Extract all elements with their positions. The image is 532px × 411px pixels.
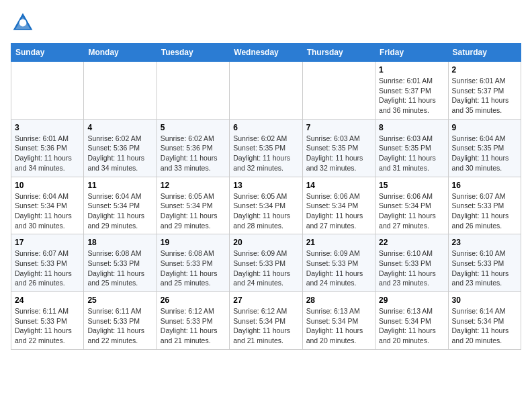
day-number: 22 bbox=[379, 238, 444, 247]
week-row-2: 3Sunrise: 6:01 AM Sunset: 5:36 PM Daylig… bbox=[11, 119, 521, 177]
day-info: Sunrise: 6:08 AM Sunset: 5:33 PM Dayligh… bbox=[87, 248, 152, 288]
day-info: Sunrise: 6:03 AM Sunset: 5:35 PM Dayligh… bbox=[379, 134, 444, 173]
day-info: Sunrise: 6:12 AM Sunset: 5:34 PM Dayligh… bbox=[233, 306, 298, 346]
weekday-header-monday: Monday bbox=[84, 44, 157, 62]
calendar-cell: 16Sunrise: 6:07 AM Sunset: 5:33 PM Dayli… bbox=[448, 177, 521, 234]
day-info: Sunrise: 6:13 AM Sunset: 5:34 PM Dayligh… bbox=[379, 306, 444, 346]
day-number: 2 bbox=[452, 65, 517, 75]
day-number: 25 bbox=[87, 295, 152, 305]
day-number: 8 bbox=[379, 123, 444, 132]
day-info: Sunrise: 6:07 AM Sunset: 5:33 PM Dayligh… bbox=[15, 248, 80, 288]
day-number: 1 bbox=[379, 65, 444, 75]
calendar-cell: 12Sunrise: 6:05 AM Sunset: 5:34 PM Dayli… bbox=[157, 177, 229, 234]
day-number: 16 bbox=[452, 181, 517, 190]
calendar-cell: 4Sunrise: 6:02 AM Sunset: 5:36 PM Daylig… bbox=[84, 119, 157, 177]
day-number: 27 bbox=[233, 295, 298, 305]
day-number: 15 bbox=[379, 181, 444, 190]
day-number: 26 bbox=[161, 295, 226, 305]
calendar-cell: 10Sunrise: 6:04 AM Sunset: 5:34 PM Dayli… bbox=[11, 177, 84, 234]
day-info: Sunrise: 6:06 AM Sunset: 5:34 PM Dayligh… bbox=[306, 191, 371, 231]
weekday-header-sunday: Sunday bbox=[11, 44, 84, 62]
day-number: 19 bbox=[161, 238, 226, 247]
day-info: Sunrise: 6:08 AM Sunset: 5:33 PM Dayligh… bbox=[161, 248, 226, 288]
calendar-cell: 25Sunrise: 6:11 AM Sunset: 5:33 PM Dayli… bbox=[84, 292, 157, 350]
calendar-cell: 7Sunrise: 6:03 AM Sunset: 5:35 PM Daylig… bbox=[302, 119, 375, 177]
logo-icon bbox=[11, 11, 35, 35]
calendar-cell: 30Sunrise: 6:14 AM Sunset: 5:34 PM Dayli… bbox=[448, 292, 521, 350]
weekday-header-thursday: Thursday bbox=[302, 44, 375, 62]
day-info: Sunrise: 6:11 AM Sunset: 5:33 PM Dayligh… bbox=[87, 306, 152, 346]
day-info: Sunrise: 6:01 AM Sunset: 5:37 PM Dayligh… bbox=[379, 76, 444, 116]
day-number: 6 bbox=[233, 123, 298, 132]
day-number: 21 bbox=[306, 238, 371, 247]
calendar-cell: 15Sunrise: 6:06 AM Sunset: 5:34 PM Dayli… bbox=[375, 177, 448, 234]
calendar-cell bbox=[84, 62, 157, 120]
day-info: Sunrise: 6:12 AM Sunset: 5:33 PM Dayligh… bbox=[161, 306, 226, 346]
day-info: Sunrise: 6:10 AM Sunset: 5:33 PM Dayligh… bbox=[452, 248, 517, 288]
day-number: 30 bbox=[452, 295, 517, 305]
day-info: Sunrise: 6:09 AM Sunset: 5:33 PM Dayligh… bbox=[306, 248, 371, 288]
day-number: 5 bbox=[161, 123, 226, 132]
day-number: 7 bbox=[306, 123, 371, 132]
day-info: Sunrise: 6:04 AM Sunset: 5:34 PM Dayligh… bbox=[87, 191, 152, 231]
day-number: 14 bbox=[306, 181, 371, 190]
calendar-cell: 6Sunrise: 6:02 AM Sunset: 5:35 PM Daylig… bbox=[230, 119, 302, 177]
day-number: 13 bbox=[233, 181, 298, 190]
week-row-4: 17Sunrise: 6:07 AM Sunset: 5:33 PM Dayli… bbox=[11, 234, 521, 292]
day-number: 12 bbox=[161, 181, 226, 190]
day-info: Sunrise: 6:06 AM Sunset: 5:34 PM Dayligh… bbox=[379, 191, 444, 231]
calendar-table: SundayMondayTuesdayWednesdayThursdayFrid… bbox=[11, 43, 521, 350]
calendar-cell: 18Sunrise: 6:08 AM Sunset: 5:33 PM Dayli… bbox=[84, 234, 157, 292]
calendar-cell bbox=[157, 62, 229, 120]
day-number: 11 bbox=[87, 181, 152, 190]
calendar-cell bbox=[11, 62, 84, 120]
day-info: Sunrise: 6:04 AM Sunset: 5:35 PM Dayligh… bbox=[452, 134, 517, 173]
day-number: 10 bbox=[15, 181, 80, 190]
calendar-cell: 1Sunrise: 6:01 AM Sunset: 5:37 PM Daylig… bbox=[375, 62, 448, 120]
day-info: Sunrise: 6:05 AM Sunset: 5:34 PM Dayligh… bbox=[161, 191, 226, 231]
calendar-cell: 28Sunrise: 6:13 AM Sunset: 5:34 PM Dayli… bbox=[302, 292, 375, 350]
weekday-header-saturday: Saturday bbox=[448, 44, 521, 62]
calendar-cell bbox=[302, 62, 375, 120]
day-info: Sunrise: 6:13 AM Sunset: 5:34 PM Dayligh… bbox=[306, 306, 371, 346]
calendar-cell: 8Sunrise: 6:03 AM Sunset: 5:35 PM Daylig… bbox=[375, 119, 448, 177]
week-row-3: 10Sunrise: 6:04 AM Sunset: 5:34 PM Dayli… bbox=[11, 177, 521, 234]
calendar-cell: 9Sunrise: 6:04 AM Sunset: 5:35 PM Daylig… bbox=[448, 119, 521, 177]
day-number: 4 bbox=[87, 123, 152, 132]
weekday-header-tuesday: Tuesday bbox=[157, 44, 229, 62]
calendar-cell: 11Sunrise: 6:04 AM Sunset: 5:34 PM Dayli… bbox=[84, 177, 157, 234]
day-number: 17 bbox=[15, 238, 80, 247]
day-info: Sunrise: 6:10 AM Sunset: 5:33 PM Dayligh… bbox=[379, 248, 444, 288]
calendar-cell: 29Sunrise: 6:13 AM Sunset: 5:34 PM Dayli… bbox=[375, 292, 448, 350]
day-info: Sunrise: 6:04 AM Sunset: 5:34 PM Dayligh… bbox=[15, 191, 80, 231]
day-number: 24 bbox=[15, 295, 80, 305]
day-info: Sunrise: 6:05 AM Sunset: 5:34 PM Dayligh… bbox=[233, 191, 298, 231]
calendar-cell: 13Sunrise: 6:05 AM Sunset: 5:34 PM Dayli… bbox=[230, 177, 302, 234]
calendar-cell: 19Sunrise: 6:08 AM Sunset: 5:33 PM Dayli… bbox=[157, 234, 229, 292]
day-number: 3 bbox=[15, 123, 80, 132]
weekday-header-row: SundayMondayTuesdayWednesdayThursdayFrid… bbox=[11, 44, 521, 62]
page-header bbox=[11, 11, 521, 35]
day-info: Sunrise: 6:01 AM Sunset: 5:37 PM Dayligh… bbox=[452, 76, 517, 116]
day-number: 9 bbox=[452, 123, 517, 132]
calendar-cell bbox=[230, 62, 302, 120]
calendar-cell: 17Sunrise: 6:07 AM Sunset: 5:33 PM Dayli… bbox=[11, 234, 84, 292]
day-info: Sunrise: 6:02 AM Sunset: 5:36 PM Dayligh… bbox=[161, 134, 226, 173]
weekday-header-wednesday: Wednesday bbox=[230, 44, 302, 62]
day-number: 23 bbox=[452, 238, 517, 247]
calendar-cell: 5Sunrise: 6:02 AM Sunset: 5:36 PM Daylig… bbox=[157, 119, 229, 177]
calendar-cell: 21Sunrise: 6:09 AM Sunset: 5:33 PM Dayli… bbox=[302, 234, 375, 292]
day-number: 20 bbox=[233, 238, 298, 247]
calendar-cell: 27Sunrise: 6:12 AM Sunset: 5:34 PM Dayli… bbox=[230, 292, 302, 350]
svg-point-2 bbox=[19, 19, 27, 27]
day-info: Sunrise: 6:01 AM Sunset: 5:36 PM Dayligh… bbox=[15, 134, 80, 173]
calendar-cell: 22Sunrise: 6:10 AM Sunset: 5:33 PM Dayli… bbox=[375, 234, 448, 292]
calendar-cell: 20Sunrise: 6:09 AM Sunset: 5:33 PM Dayli… bbox=[230, 234, 302, 292]
day-number: 28 bbox=[306, 295, 371, 305]
day-info: Sunrise: 6:03 AM Sunset: 5:35 PM Dayligh… bbox=[306, 134, 371, 173]
weekday-header-friday: Friday bbox=[375, 44, 448, 62]
day-info: Sunrise: 6:02 AM Sunset: 5:36 PM Dayligh… bbox=[87, 134, 152, 173]
calendar-cell: 3Sunrise: 6:01 AM Sunset: 5:36 PM Daylig… bbox=[11, 119, 84, 177]
calendar-cell: 24Sunrise: 6:11 AM Sunset: 5:33 PM Dayli… bbox=[11, 292, 84, 350]
day-info: Sunrise: 6:14 AM Sunset: 5:34 PM Dayligh… bbox=[452, 306, 517, 346]
